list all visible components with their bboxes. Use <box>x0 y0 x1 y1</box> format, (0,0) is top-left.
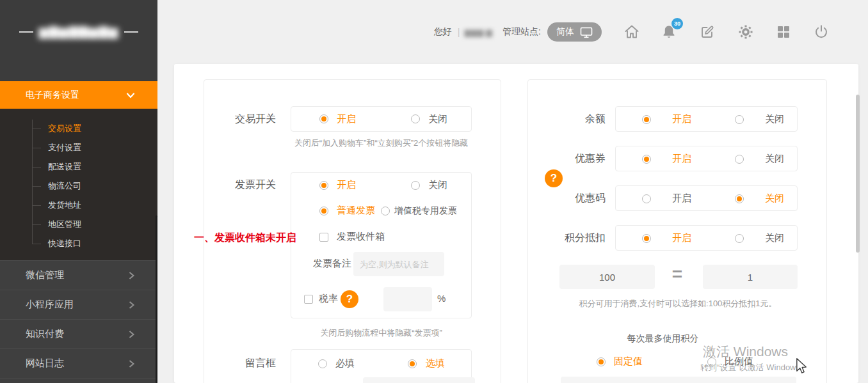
greeting-text: 您好 <box>434 26 452 38</box>
invoice-switch-label: 发票开关 <box>204 178 276 192</box>
monitor-icon <box>580 26 593 38</box>
trade-on-label[interactable]: 开启 <box>337 113 356 125</box>
sidebar-item-logistics-company[interactable]: 物流公司 <box>48 176 81 196</box>
trade-on-radio[interactable] <box>319 114 328 123</box>
promo-code-on-label[interactable]: 开启 <box>672 192 691 205</box>
logo-blurred-text: ▆▇▆▇▇▆▇▆ <box>39 24 119 39</box>
apps-grid-icon[interactable] <box>776 24 791 40</box>
chevron-right-icon <box>127 330 136 339</box>
sidebar-item-label: 支付设置 <box>48 143 81 152</box>
tree-tick <box>32 186 41 187</box>
sidebar-item-delivery-settings[interactable]: 配送设置 <box>48 157 81 176</box>
coupon-off-label[interactable]: 关闭 <box>765 153 784 165</box>
trade-off-radio[interactable] <box>411 114 420 123</box>
balance-on-label[interactable]: 开启 <box>672 113 691 125</box>
gear-icon[interactable] <box>737 24 754 40</box>
help-icon[interactable]: ? <box>545 169 563 187</box>
promo-code-off-label[interactable]: 关闭 <box>765 192 784 205</box>
invoice-remark-input[interactable] <box>353 252 444 276</box>
coupon-switch-group: 开启 关闭 <box>615 146 798 171</box>
topbar: 您好 | ▆▆▆ ▆ 管理站点: 简体 30 <box>157 0 868 64</box>
invoice-inbox-label[interactable]: 发票收件箱 <box>337 231 385 243</box>
max-points-input-partial[interactable] <box>561 377 796 383</box>
bell-icon[interactable]: 30 <box>661 24 677 40</box>
tax-help-icon[interactable]: ? <box>341 290 358 308</box>
points-amount-input[interactable] <box>559 265 655 289</box>
message-input-partial[interactable] <box>363 377 475 383</box>
sidebar-submenu: 交易设置 支付设置 配送设置 物流公司 发货地址 地区管理 快递接口 <box>0 109 157 260</box>
balance-off-radio[interactable] <box>735 115 744 124</box>
invoice-remark-label: 发票备注 <box>304 258 351 270</box>
sidebar-item-region-management[interactable]: 地区管理 <box>48 215 81 234</box>
sidebar-item-label: 发货地址 <box>48 200 81 210</box>
trade-switch-label: 交易开关 <box>204 113 276 126</box>
message-optional-label[interactable]: 选填 <box>426 357 445 370</box>
balance-off-label[interactable]: 关闭 <box>765 113 784 125</box>
language-site-switcher[interactable]: 简体 <box>547 22 602 42</box>
sidebar-group-wechat-management[interactable]: 微信管理 <box>0 260 157 290</box>
equals-sign: = <box>664 264 690 285</box>
chevron-down-icon <box>125 90 136 100</box>
sidebar-item-label: 物流公司 <box>48 181 81 191</box>
tax-rate-checkbox[interactable] <box>304 295 313 304</box>
balance-on-radio[interactable] <box>642 115 651 124</box>
sidebar-item-shipping-address[interactable]: 发货地址 <box>48 196 81 215</box>
sidebar-item-express-interface[interactable]: 快递接口 <box>48 234 81 253</box>
message-box-label: 留言框 <box>204 357 276 370</box>
chevron-right-icon <box>127 271 136 280</box>
invoice-on-radio[interactable] <box>319 181 328 190</box>
balance-label: 余额 <box>528 113 606 126</box>
invoice-type-vat-label[interactable]: 增值税专用发票 <box>394 205 457 217</box>
invoice-type-vat-radio[interactable] <box>381 207 390 215</box>
fixed-value-radio[interactable] <box>597 357 606 366</box>
sidebar-group-label: 知识付费 <box>26 328 64 340</box>
invoice-on-label[interactable]: 开启 <box>337 179 356 191</box>
tree-tick <box>32 129 41 129</box>
points-hint: 积分可用于消费,支付时可以选择如:100积分抵扣1元。 <box>543 297 812 310</box>
fixed-value-label[interactable]: 固定值 <box>614 356 643 368</box>
sidebar-item-payment-settings[interactable]: 支付设置 <box>48 138 81 157</box>
home-icon[interactable] <box>623 24 640 40</box>
sidebar-item-trade-settings[interactable]: 交易设置 <box>48 119 81 138</box>
coupon-on-label[interactable]: 开启 <box>672 153 691 165</box>
message-required-radio[interactable] <box>318 359 327 368</box>
yuan-amount-input[interactable] <box>703 265 798 289</box>
sidebar-group-label: 小程序应用 <box>26 299 74 311</box>
points-on-label[interactable]: 开启 <box>672 232 691 244</box>
invoice-switch-group: 开启 关闭 普通发票 增值税专用发票 发票收件箱 发票备注 税率 ? % <box>291 172 472 318</box>
points-off-radio[interactable] <box>735 234 744 243</box>
message-optional-radio[interactable] <box>408 359 417 368</box>
invoice-off-radio[interactable] <box>411 181 420 190</box>
sidebar-group-label: 微信管理 <box>26 269 64 281</box>
trade-off-label[interactable]: 关闭 <box>428 113 447 125</box>
invoice-type-normal-radio[interactable] <box>319 207 328 215</box>
tax-rate-input[interactable] <box>383 287 432 311</box>
windows-activation-watermark: 激活 Windows <box>703 343 788 361</box>
invoice-type-normal-label[interactable]: 普通发票 <box>337 205 375 217</box>
logo: ▆▇▆▇▇▆▇▆ <box>0 24 157 39</box>
coupon-on-radio[interactable] <box>642 155 651 164</box>
sidebar-group-knowledge-pay[interactable]: 知识付费 <box>0 319 157 348</box>
sidebar-item-label: 交易设置 <box>48 123 81 133</box>
message-required-label[interactable]: 必填 <box>335 357 355 370</box>
promo-code-on-radio[interactable] <box>642 194 651 203</box>
sidebar-group-site-logs[interactable]: 网站日志 <box>0 348 157 378</box>
sidebar-group-ecommerce-settings[interactable]: 电子商务设置 <box>0 81 157 109</box>
manage-site-label: 管理站点: <box>502 26 541 38</box>
sidebar-group-miniprogram-apps[interactable]: 小程序应用 <box>0 290 157 319</box>
content-scrollbar[interactable] <box>856 95 860 253</box>
coupon-off-radio[interactable] <box>735 155 744 164</box>
promo-code-off-radio[interactable] <box>735 194 744 203</box>
compose-icon[interactable] <box>699 24 716 40</box>
tax-rate-label[interactable]: 税率 <box>319 293 338 305</box>
invoice-inbox-checkbox[interactable] <box>319 233 328 242</box>
sidebar-item-label: 地区管理 <box>48 219 81 229</box>
notification-badge: 30 <box>671 18 683 29</box>
invoice-off-label[interactable]: 关闭 <box>428 179 447 191</box>
trade-switch-hint: 关闭后“加入购物车”和“立刻购买”2个按钮将隐藏 <box>291 136 472 150</box>
sidebar-bottom-strip <box>0 378 157 383</box>
points-on-radio[interactable] <box>642 234 651 243</box>
power-icon[interactable] <box>813 24 830 40</box>
points-off-label[interactable]: 关闭 <box>765 232 784 244</box>
sidebar-scrollbar[interactable] <box>156 215 157 383</box>
